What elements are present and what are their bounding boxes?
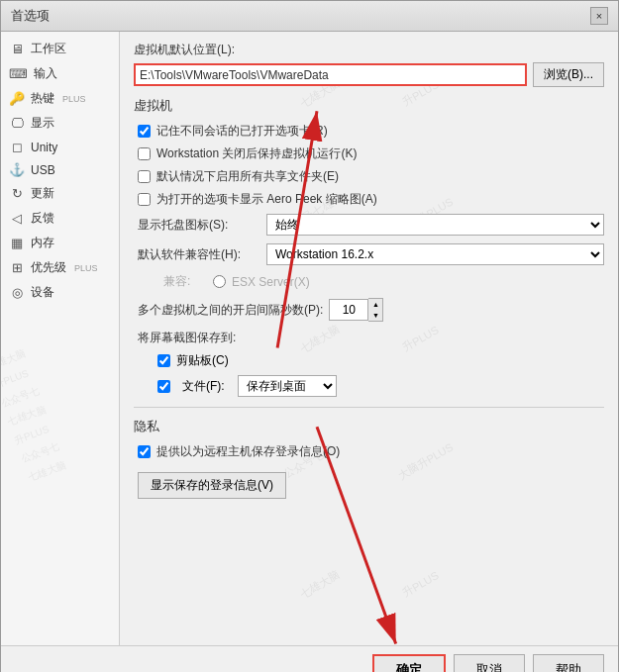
sidebar-item-usb[interactable]: ⚓ USB [1,158,119,181]
clipboard-row: 剪贴板(C) [134,352,604,369]
usb-icon: ⚓ [9,162,25,177]
sidebar-watermark: 七雄大脑升PLUS公众号七七雄大脑升PLUS公众号七七雄大脑 [1,300,120,508]
sidebar-label-feedback: 反馈 [31,210,54,227]
esx-row: 兼容: ESX Server(X) [134,273,604,290]
hotkeys-badge: PLUS [62,94,86,104]
memory-icon: ▦ [9,236,25,250]
interval-input[interactable] [329,299,368,321]
file-row: 文件(F): 保存到桌面 保存到文档 自定义... [134,375,604,397]
checkbox-label-2[interactable]: Workstation 关闭后保持虚拟机运行(K) [156,145,357,162]
sidebar-item-memory[interactable]: ▦ 内存 [1,231,119,255]
sidebar-label-priority: 优先级 [31,259,66,276]
esx-label[interactable]: ESX Server(X) [232,275,310,289]
interval-label: 多个虚拟机之间的开启间隔秒数(P): [138,302,323,319]
dialog-body: 🖥 工作区 ⌨ 输入 🔑 热键 PLUS 🖵 显示 ◻ Unity ⚓ [1,32,618,645]
browse-button[interactable]: 浏览(B)... [533,62,604,87]
sidebar-label-memory: 内存 [31,235,54,251]
sidebar-item-unity[interactable]: ◻ Unity [1,136,119,158]
sidebar: 🖥 工作区 ⌨ 输入 🔑 热键 PLUS 🖵 显示 ◻ Unity ⚓ [1,32,120,645]
sidebar-label-display: 显示 [31,115,54,132]
compat-select[interactable]: Workstation 16.2.x Workstation 15.x Work… [266,243,604,265]
sidebar-item-display[interactable]: 🖵 显示 [1,111,119,136]
priority-icon: ⊞ [9,260,25,275]
title-bar: 首选项 × [1,1,618,32]
path-section: 虚拟机默认位置(L): 浏览(B)... [134,42,604,87]
path-input-wrapper [134,63,527,86]
updates-icon: ↻ [9,186,25,201]
checkbox-row-1: 记住不同会话的已打开选项卡(R) [134,123,604,140]
feedback-icon: ◁ [9,211,25,226]
sidebar-label-devices: 设备 [31,284,54,301]
interval-spinner: ▲ ▼ [368,298,383,322]
input-icon: ⌨ [9,66,28,81]
sidebar-label-unity: Unity [31,141,57,154]
preferences-dialog: 首选项 × 🖥 工作区 ⌨ 输入 🔑 热键 PLUS 🖵 显示 ◻ [0,0,619,672]
compat-label: 默认软件兼容性(H): [138,246,266,263]
tray-icon-select[interactable]: 始终 从不 仅当运行时 [266,214,604,236]
display-icon: 🖵 [9,116,25,131]
sidebar-item-workspace[interactable]: 🖥 工作区 [1,37,119,61]
checkbox-shared-folders[interactable] [138,170,151,183]
priority-badge: PLUS [74,263,98,273]
sidebar-item-feedback[interactable]: ◁ 反馈 [1,206,119,231]
checkbox-row-3: 默认情况下启用所有共享文件夹(E) [134,168,604,185]
esx-radio-row: ESX Server(X) [213,275,310,289]
spinner-down[interactable]: ▼ [368,310,382,321]
dialog-title: 首选项 [11,7,50,25]
checkbox-label-3[interactable]: 默认情况下启用所有共享文件夹(E) [156,168,339,185]
sidebar-item-updates[interactable]: ↻ 更新 [1,181,119,206]
spinner-up[interactable]: ▲ [368,299,382,310]
sidebar-label-usb: USB [31,163,55,177]
file-checkbox[interactable] [157,380,170,393]
checkbox-remember-tabs[interactable] [138,125,151,138]
checkbox-row-2: Workstation 关闭后保持虚拟机运行(K) [134,145,604,162]
vm-section-title: 虚拟机 [134,97,604,115]
divider [134,407,604,408]
sidebar-item-hotkeys[interactable]: 🔑 热键 PLUS [1,86,119,111]
unity-icon: ◻ [9,140,25,154]
checkbox-label-1[interactable]: 记住不同会话的已打开选项卡(R) [156,123,328,140]
cancel-button[interactable]: 取消 [454,654,525,672]
sidebar-label-input: 输入 [34,65,57,82]
screenshot-row: 将屏幕截图保存到: [134,330,604,346]
close-button[interactable]: × [590,7,608,25]
checkbox-label-4[interactable]: 为打开的选项卡显示 Aero Peek 缩略图(A) [156,191,377,208]
tray-icon-label: 显示托盘图标(S): [138,217,266,234]
checkbox-row-4: 为打开的选项卡显示 Aero Peek 缩略图(A) [134,191,604,208]
privacy-title: 隐私 [134,418,604,435]
esx-radio[interactable] [213,275,226,288]
path-input[interactable] [140,68,521,82]
privacy-checkbox-row: 提供以为远程主机保存登录信息(O) [134,443,604,460]
show-login-button[interactable]: 显示保存的登录信息(V) [138,472,286,499]
privacy-checkbox[interactable] [138,445,151,458]
clipboard-label[interactable]: 剪贴板(C) [176,352,229,369]
compat-sub-label: 兼容: [163,273,213,290]
sidebar-item-input[interactable]: ⌨ 输入 [1,61,119,86]
sidebar-label-hotkeys: 热键 [31,90,54,107]
checkbox-aero-peek[interactable] [138,193,151,206]
dialog-footer: 确定 取消 帮助 [1,645,618,672]
sidebar-label-workspace: 工作区 [31,41,66,57]
file-label[interactable]: 文件(F): [182,378,232,395]
content-area: 七雄大脑升PLUS 公众号七雄大脑升PLUS 七雄大脑升PLUS 公众号七雄大脑… [120,32,618,645]
file-dest-select[interactable]: 保存到桌面 保存到文档 自定义... [238,375,337,397]
checkbox-keep-running[interactable] [138,147,151,160]
tray-icon-row: 显示托盘图标(S): 始终 从不 仅当运行时 [134,214,604,236]
privacy-section: 隐私 提供以为远程主机保存登录信息(O) 显示保存的登录信息(V) [134,407,604,499]
devices-icon: ◎ [9,285,25,300]
path-row: 浏览(B)... [134,62,604,87]
compat-row: 默认软件兼容性(H): Workstation 16.2.x Workstati… [134,243,604,265]
hotkeys-icon: 🔑 [9,91,25,106]
sidebar-item-priority[interactable]: ⊞ 优先级 PLUS [1,255,119,280]
clipboard-checkbox[interactable] [157,354,170,367]
vm-section: 虚拟机 记住不同会话的已打开选项卡(R) Workstation 关闭后保持虚拟… [134,97,604,397]
sidebar-label-updates: 更新 [31,185,54,202]
sidebar-item-devices[interactable]: ◎ 设备 [1,280,119,305]
screenshot-label: 将屏幕截图保存到: [138,330,236,346]
workspace-icon: 🖥 [9,42,25,56]
help-button[interactable]: 帮助 [533,654,604,672]
ok-button[interactable]: 确定 [372,654,446,672]
interval-row: 多个虚拟机之间的开启间隔秒数(P): ▲ ▼ [134,298,604,322]
path-label: 虚拟机默认位置(L): [134,42,604,58]
privacy-checkbox-label[interactable]: 提供以为远程主机保存登录信息(O) [156,443,340,460]
